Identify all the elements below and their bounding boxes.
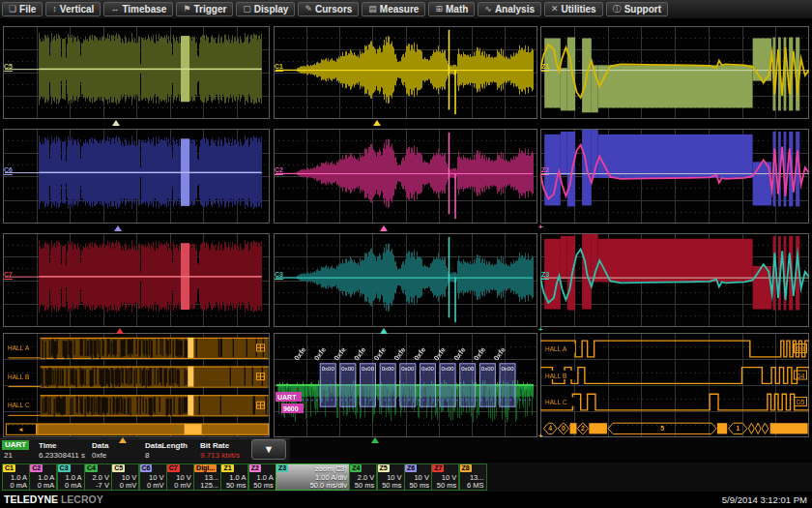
channel-descriptor-c7[interactable]: C710 V0 mV bbox=[166, 463, 194, 491]
channel-status-bar: Timebase -3.82 s 1.00 s/div 250 MS 25 MS… bbox=[0, 463, 812, 493]
channel-offset: -7 V bbox=[96, 481, 109, 490]
c1-trace-label: C1 bbox=[275, 63, 283, 72]
menu-measure-button[interactable]: ▤Measure bbox=[362, 2, 425, 16]
hall-digital-clean-panel[interactable] bbox=[540, 333, 809, 437]
menu-label: Display bbox=[254, 4, 289, 15]
hall-digital-dense-panel[interactable] bbox=[3, 333, 270, 437]
c1-waveform-panel[interactable] bbox=[274, 26, 537, 119]
menu-vertical-button[interactable]: ↕Vertical bbox=[45, 2, 101, 16]
horizontal-arrows-icon: ↔ bbox=[110, 5, 119, 14]
channel-offset: 125... bbox=[200, 481, 218, 490]
menu-label: Math bbox=[446, 4, 468, 15]
trigger-marker[interactable] bbox=[380, 328, 388, 334]
z3-zoom-panel[interactable] bbox=[540, 233, 809, 327]
menu-display-button[interactable]: ▢Display bbox=[236, 2, 295, 16]
channel-descriptor-z1[interactable]: Z11.0 A50 ms bbox=[220, 463, 248, 491]
channel-descriptor-z5[interactable]: Z510 V50 ms bbox=[377, 463, 405, 491]
channel-offset: 0 mV bbox=[174, 481, 191, 490]
c2-trace-label: C2 bbox=[275, 166, 283, 175]
menu-analysis-button[interactable]: ∿Analysis bbox=[478, 2, 541, 16]
channel-chip: Z4 bbox=[350, 464, 362, 472]
c6-waveform-panel-canvas bbox=[3, 129, 270, 224]
trigger-marker[interactable] bbox=[373, 120, 381, 126]
channel-chip: Z1 bbox=[221, 464, 233, 472]
uart-serial-decode-panel[interactable] bbox=[274, 333, 537, 437]
channel-offset: 0 mA bbox=[38, 481, 55, 490]
menu-cursors-button[interactable]: ✎Cursors bbox=[298, 2, 359, 16]
trigger-marker[interactable] bbox=[114, 225, 122, 231]
menu-label: Analysis bbox=[495, 4, 535, 15]
channel-offset: 50 ms bbox=[226, 481, 246, 490]
channel-offset: 50 ms bbox=[253, 481, 273, 490]
channel-chip: C5 bbox=[112, 464, 125, 472]
channel-descriptor-c5[interactable]: C510 V0 mV bbox=[111, 463, 139, 491]
c5-trace-label: C5 bbox=[4, 63, 13, 72]
channel-chip: Z2 bbox=[249, 464, 261, 472]
trigger-marker[interactable] bbox=[119, 437, 127, 443]
trigger-marker[interactable] bbox=[380, 225, 388, 231]
channel-descriptor-z3[interactable]: Z3zoom(C3)1.00 A/div50.0 ms/div bbox=[276, 463, 350, 491]
channel-offset: 50.0 ms/div bbox=[310, 481, 347, 490]
z2-trace-label: Z2 bbox=[541, 166, 549, 175]
channel-chip: Digi... bbox=[194, 464, 217, 472]
channel-descriptor-c1[interactable]: C11.0 A0 mA bbox=[2, 463, 30, 491]
channel-descriptor-z2[interactable]: Z21.0 A50 ms bbox=[248, 463, 276, 491]
uart-serial-decode-panel-canvas bbox=[274, 333, 537, 437]
utilities-wrench-icon: ✕ bbox=[551, 5, 559, 14]
collapse-table-button[interactable]: ▼ bbox=[251, 439, 286, 460]
trigger-marker[interactable] bbox=[112, 120, 120, 126]
protocol-badge[interactable]: UART bbox=[2, 440, 29, 450]
column-header-datalength: DataLength bbox=[145, 441, 188, 450]
menu-timebase-button[interactable]: ↔Timebase bbox=[103, 2, 173, 16]
channel-chip: Z3 bbox=[276, 464, 288, 472]
channel-chip: C3 bbox=[58, 464, 71, 472]
menu-file-button[interactable]: ❏File bbox=[2, 2, 43, 16]
c2-waveform-panel[interactable] bbox=[274, 129, 537, 224]
z1-zoom-panel[interactable] bbox=[540, 26, 809, 119]
z3-zoom-panel-canvas bbox=[540, 233, 809, 327]
c6-trace-label: C6 bbox=[4, 166, 13, 175]
c7-waveform-panel-canvas bbox=[3, 233, 270, 327]
trigger-marker[interactable] bbox=[116, 328, 124, 334]
channel-offset: 6 MS bbox=[467, 481, 484, 490]
c3-trace-label: C3 bbox=[275, 271, 283, 280]
channel-descriptor-c6[interactable]: C610 V0 mV bbox=[139, 463, 167, 491]
channel-chip: Z5 bbox=[378, 464, 390, 472]
c3-waveform-panel[interactable] bbox=[274, 233, 537, 327]
support-info-icon: ⓘ bbox=[613, 5, 622, 14]
triangle-down-icon: ▼ bbox=[264, 443, 275, 455]
decode-cell-data: 0xfe bbox=[92, 451, 106, 460]
c5-waveform-panel[interactable] bbox=[3, 26, 270, 119]
brand-lecroy: LECROY bbox=[61, 493, 103, 505]
display-icon: ▢ bbox=[243, 5, 251, 14]
menu-utilities-button[interactable]: ✕Utilities bbox=[544, 2, 603, 16]
channel-descriptor-c2[interactable]: C21.0 A0 mA bbox=[29, 463, 57, 491]
c2-waveform-panel-canvas bbox=[274, 129, 537, 224]
channel-descriptor-z6[interactable]: Z610 V50 ms bbox=[404, 463, 432, 491]
menu-label: Vertical bbox=[60, 4, 95, 15]
decode-row-index: 21 bbox=[4, 451, 13, 460]
c7-waveform-panel[interactable] bbox=[3, 233, 270, 327]
menu-support-button[interactable]: ⓘSupport bbox=[606, 2, 668, 16]
channel-descriptor-z7[interactable]: Z710 V50 ms bbox=[431, 463, 459, 491]
channel-chip: C7 bbox=[167, 464, 180, 472]
z2-zoom-panel[interactable] bbox=[540, 129, 809, 224]
menu-math-button[interactable]: ⊞Math bbox=[428, 2, 475, 16]
hall-digital-clean-panel-canvas bbox=[540, 333, 809, 437]
vertical-arrows-icon: ↕ bbox=[52, 5, 57, 14]
channel-chip: C6 bbox=[140, 464, 153, 472]
column-header-data: Data bbox=[92, 441, 108, 450]
channel-offset: 0 mV bbox=[120, 481, 137, 490]
channel-descriptor-digi[interactable]: Digi...13...125... bbox=[193, 463, 221, 491]
trigger-marker[interactable] bbox=[371, 437, 379, 443]
menu-trigger-button[interactable]: ⚑Trigger bbox=[176, 2, 233, 16]
channel-descriptor-c4[interactable]: C42.0 V-7 V bbox=[84, 463, 112, 491]
c3-waveform-panel-canvas bbox=[274, 233, 537, 327]
channel-descriptor-c3[interactable]: C31.0 A0 mA bbox=[57, 463, 85, 491]
z1-zoom-panel-canvas bbox=[540, 26, 809, 119]
footer-bar: TELEDYNE LECROY 5/9/2014 3:12:01 PM bbox=[0, 492, 812, 508]
c6-waveform-panel[interactable] bbox=[3, 129, 270, 224]
channel-chip: Z7 bbox=[432, 464, 444, 472]
channel-descriptor-z8[interactable]: Z813...6 MS bbox=[459, 463, 487, 491]
channel-descriptor-z4[interactable]: Z42.0 V50 ms bbox=[349, 463, 377, 491]
